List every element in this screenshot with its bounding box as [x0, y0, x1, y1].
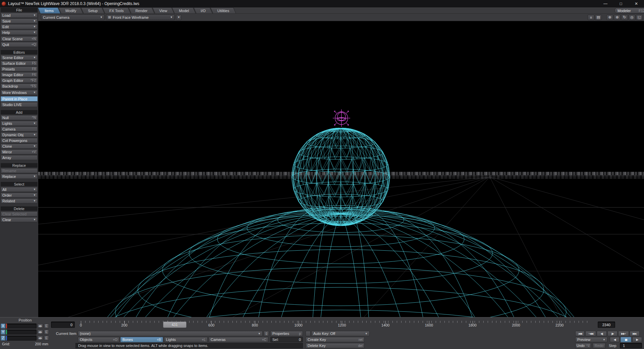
current-item-select[interactable]: (none) ▼	[78, 331, 263, 336]
properties-button[interactable]: Propertiesp	[270, 331, 303, 336]
item-shortcut: ^F5	[31, 84, 36, 88]
sidebar-item-backdrop[interactable]: Backdrop^F5	[1, 84, 38, 89]
grid-size-value: 200 mm	[19, 342, 48, 346]
modeler-button[interactable]: Modeler F12	[614, 8, 644, 13]
select-mode-cameras[interactable]: Cameras+C	[209, 337, 268, 342]
maximize-view-icon[interactable]: ◱	[636, 15, 643, 20]
sidebar-item-presets[interactable]: PresetsF8	[1, 66, 38, 71]
item-label: Null	[2, 116, 9, 120]
position-z-field[interactable]	[6, 336, 37, 341]
sidebar-item-mirror[interactable]: Mirror+V	[1, 149, 38, 154]
save-layout-icon[interactable]: ▤	[595, 15, 602, 20]
tick-label: 2000	[512, 323, 520, 327]
rotate-view-icon[interactable]: ↻	[621, 15, 628, 20]
redo-button[interactable]: Redo	[593, 343, 605, 348]
sidebar-item-camera[interactable]: Camera	[1, 127, 38, 132]
sidebar-item-dynamic-obj[interactable]: Dynamic Obj▼	[1, 132, 38, 137]
render-mode-select[interactable]: ⊞ Front Face Wireframe ▼	[106, 14, 175, 20]
prev-frame-button[interactable]: ◀||	[597, 331, 607, 336]
center-item-icon[interactable]: ⊕	[606, 15, 613, 20]
select-mode-lights[interactable]: Lights+L	[164, 337, 208, 342]
sidebar-item-lights[interactable]: Lights▼	[1, 121, 38, 126]
sidebar-item-help[interactable]: Help▼	[1, 30, 38, 35]
tab-modify[interactable]: Modify	[60, 7, 82, 14]
sidebar-item-scene-editor[interactable]: Scene Editor▼	[1, 55, 38, 60]
sidebar-item-clone[interactable]: Clone▼	[1, 144, 38, 149]
envelope-x-button[interactable]: E	[44, 323, 49, 329]
axis-y-button[interactable]: Y	[1, 330, 5, 335]
sidebar-item-null[interactable]: Null^N	[1, 115, 38, 120]
sidebar-item-save[interactable]: Save▼	[1, 18, 38, 23]
play-reverse-button[interactable]: ◀	[610, 337, 620, 342]
item-label: Clear Selected	[2, 212, 26, 216]
sidebar-item-order[interactable]: Order▼	[1, 193, 38, 198]
sidebar-item-graph-editor[interactable]: Graph Editor^F2	[1, 78, 38, 83]
tab-items[interactable]: Items	[39, 7, 59, 14]
sidebar-item-more-windows[interactable]: More Windows▼	[1, 90, 38, 95]
tab-model[interactable]: Model	[173, 7, 195, 14]
tab-render[interactable]: Render	[130, 7, 153, 14]
next-frame-button[interactable]: ||▶	[607, 331, 618, 336]
tab-i-o[interactable]: I/O	[195, 7, 211, 14]
end-frame-field[interactable]: 2340	[598, 321, 615, 328]
group-header-add: Add	[1, 110, 38, 114]
axis-x-button[interactable]: X	[1, 323, 5, 329]
stepper-z[interactable]: ◀▶	[38, 336, 43, 341]
light-icon[interactable]	[38, 21, 644, 317]
sidebar-item-load[interactable]: Load▼	[1, 13, 38, 18]
tab-utilities[interactable]: Utilities	[212, 7, 235, 14]
auto-key-select[interactable]: Auto Key: Off ▼	[311, 331, 370, 336]
select-mode-bones[interactable]: Bones+B	[120, 337, 163, 342]
tab-setup[interactable]: Setup	[82, 7, 103, 14]
sidebar-item-quit[interactable]: Quit+Q	[1, 42, 38, 47]
viewport-3d[interactable]	[38, 21, 644, 317]
pause-button[interactable]: ▮▮	[621, 337, 631, 342]
sidebar-item-clear[interactable]: Clear▼	[1, 217, 38, 222]
create-key-button[interactable]: Create Keyret	[306, 337, 365, 342]
group-header-editors: Editors	[1, 50, 38, 54]
sidebar-item-image-editor[interactable]: Image EditorF6	[1, 72, 38, 77]
sidebar-item-cvt-powergons[interactable]: Cvt Powergons	[1, 138, 38, 143]
play-forward-button[interactable]: ▶	[632, 337, 642, 342]
envelope-z-button[interactable]: E	[44, 336, 49, 341]
tab-view[interactable]: View	[154, 7, 173, 14]
sidebar-item-clear-selected: Clear Selected	[1, 211, 38, 216]
stepper-x[interactable]: ◀▶	[38, 323, 43, 329]
zoom-view-icon[interactable]: ◎	[629, 15, 635, 20]
auto-key-toggle[interactable]	[306, 331, 311, 336]
prev-key-button[interactable]: +◀◀	[585, 331, 596, 336]
axis-z-button[interactable]: Z	[1, 336, 5, 341]
delete-key-button[interactable]: Delete Keydel	[306, 343, 365, 348]
minimize-button[interactable]: —	[598, 0, 613, 7]
start-frame-field[interactable]: 0	[51, 321, 75, 328]
sidebar-item-related[interactable]: Related▼	[1, 198, 38, 203]
sidebar-item-parent-in-place[interactable]: Parent in Place	[1, 96, 38, 101]
select-mode-objects[interactable]: Objects+O	[78, 337, 119, 342]
undo-button[interactable]: Undo^Z	[575, 343, 591, 348]
sidebar-item-clear-scene[interactable]: Clear Scene+N	[1, 36, 38, 41]
sidebar-item-studio-live[interactable]: Studio LIVE	[1, 102, 38, 107]
position-x-field[interactable]	[6, 323, 37, 329]
maximize-button[interactable]: □	[613, 0, 629, 7]
preview-button[interactable]: Preview ▼	[575, 337, 607, 342]
tick-label: 1800	[468, 323, 476, 327]
timeline-ruler[interactable]: 0200400600800100012001400160018002000220…	[77, 321, 594, 329]
position-y-field[interactable]	[6, 330, 37, 335]
step-field[interactable]: 1	[620, 343, 642, 348]
item-list-toggle[interactable]: ▯	[264, 331, 269, 336]
viewport-options-button[interactable]: ▼	[176, 15, 181, 20]
sidebar-item-all[interactable]: All▼	[1, 187, 38, 192]
sidebar-item-edit[interactable]: Edit▼	[1, 24, 38, 29]
tab-fx-tools[interactable]: FX Tools	[104, 7, 129, 14]
close-button[interactable]: ✕	[629, 0, 644, 7]
frame-slider[interactable]: 431	[163, 321, 186, 328]
sidebar-item-array[interactable]: Array	[1, 155, 38, 160]
sidebar-item-replace[interactable]: Replace▼	[1, 174, 38, 179]
pan-view-icon[interactable]: ⊕	[614, 15, 621, 20]
go-end-button[interactable]: ▶▶|	[630, 331, 640, 336]
camera-view-select[interactable]: Current Camera ▼	[41, 14, 105, 20]
list-view-icon[interactable]: ≡	[588, 15, 594, 20]
sidebar-item-surface-editor[interactable]: Surface EditorF5	[1, 61, 38, 66]
go-start-button[interactable]: |◀◀	[575, 331, 585, 336]
next-key-button[interactable]: ▶▶+	[618, 331, 629, 336]
